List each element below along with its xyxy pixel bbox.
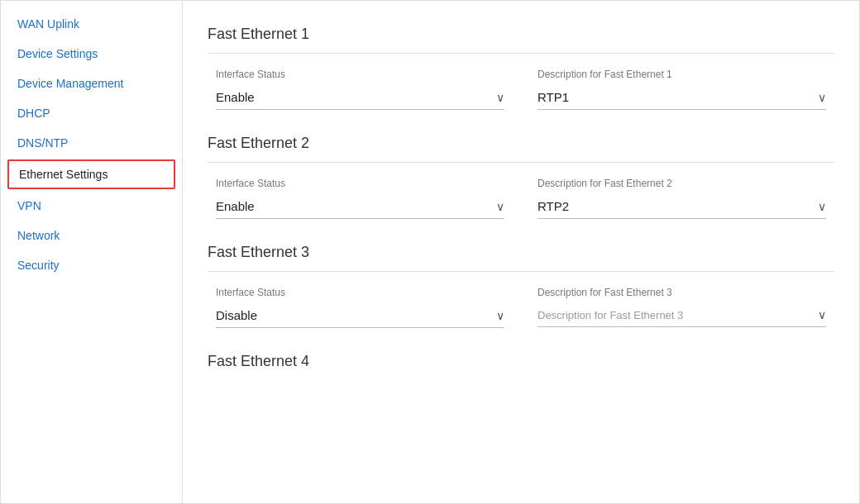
description-select-fe2[interactable]: RTP2 ∨ <box>538 194 826 219</box>
sidebar-item-device-management[interactable]: Device Management <box>1 69 182 98</box>
section-title-fe2: Fast Ethernet 2 <box>208 135 834 152</box>
description-label-fe3: Description for Fast Ethernet 3 <box>538 287 826 298</box>
sidebar-item-vpn[interactable]: VPN <box>1 191 182 221</box>
sidebar-item-wan-uplink[interactable]: WAN Uplink <box>1 9 182 39</box>
chevron-icon-fe3-interface: ∨ <box>496 309 504 322</box>
description-value-fe2: RTP2 <box>538 199 569 213</box>
interface-select-fe1[interactable]: Enable ∨ <box>216 85 504 110</box>
description-select-fe3[interactable]: Description for Fast Ethernet 3 ∨ <box>538 303 826 327</box>
interface-value-fe3: Disable <box>216 308 257 322</box>
interface-label-fe2: Interface Status <box>216 178 504 189</box>
section-fe3: Fast Ethernet 3 Interface Status Disable… <box>208 244 834 328</box>
sidebar-item-security[interactable]: Security <box>1 250 182 280</box>
form-row-fe2: Interface Status Enable ∨ Description fo… <box>208 178 834 219</box>
sidebar-item-dns-ntp[interactable]: DNS/NTP <box>1 128 182 158</box>
chevron-icon-fe3-desc: ∨ <box>818 308 826 321</box>
description-label-fe2: Description for Fast Ethernet 2 <box>538 178 826 189</box>
chevron-icon-fe2-desc: ∨ <box>818 200 826 213</box>
interface-value-fe2: Enable <box>216 199 255 213</box>
description-select-fe1[interactable]: RTP1 ∨ <box>538 85 826 110</box>
chevron-icon-fe2-interface: ∨ <box>496 200 504 213</box>
sidebar-item-ethernet-settings[interactable]: Ethernet Settings <box>7 159 175 189</box>
interface-label-fe1: Interface Status <box>216 69 504 80</box>
form-group-description-fe2: Description for Fast Ethernet 2 RTP2 ∨ <box>538 178 826 219</box>
main-content: Fast Ethernet 1 Interface Status Enable … <box>183 1 859 503</box>
section-title-fe1: Fast Ethernet 1 <box>208 26 834 43</box>
interface-value-fe1: Enable <box>216 90 255 104</box>
form-group-description-fe1: Description for Fast Ethernet 1 RTP1 ∨ <box>538 69 826 110</box>
form-group-interface-fe1: Interface Status Enable ∨ <box>216 69 504 110</box>
form-row-fe3: Interface Status Disable ∨ Description f… <box>208 287 834 328</box>
description-label-fe1: Description for Fast Ethernet 1 <box>538 69 826 80</box>
section-fe1: Fast Ethernet 1 Interface Status Enable … <box>208 26 834 110</box>
chevron-icon-fe1-interface: ∨ <box>496 91 504 104</box>
sidebar: WAN Uplink Device Settings Device Manage… <box>1 1 183 503</box>
description-value-fe1: RTP1 <box>538 90 569 104</box>
form-row-fe1: Interface Status Enable ∨ Description fo… <box>208 69 834 110</box>
interface-select-fe3[interactable]: Disable ∨ <box>216 303 504 328</box>
section-title-fe4: Fast Ethernet 4 <box>208 353 834 370</box>
section-title-fe3: Fast Ethernet 3 <box>208 244 834 261</box>
interface-label-fe3: Interface Status <box>216 287 504 298</box>
description-placeholder-fe3: Description for Fast Ethernet 3 <box>538 309 683 321</box>
form-group-description-fe3: Description for Fast Ethernet 3 Descript… <box>538 287 826 328</box>
chevron-icon-fe1-desc: ∨ <box>818 91 826 104</box>
form-group-interface-fe2: Interface Status Enable ∨ <box>216 178 504 219</box>
sidebar-item-dhcp[interactable]: DHCP <box>1 98 182 128</box>
form-group-interface-fe3: Interface Status Disable ∨ <box>216 287 504 328</box>
sidebar-item-device-settings[interactable]: Device Settings <box>1 39 182 69</box>
section-fe4: Fast Ethernet 4 <box>208 353 834 370</box>
sidebar-item-network[interactable]: Network <box>1 221 182 250</box>
section-fe2: Fast Ethernet 2 Interface Status Enable … <box>208 135 834 219</box>
interface-select-fe2[interactable]: Enable ∨ <box>216 194 504 219</box>
